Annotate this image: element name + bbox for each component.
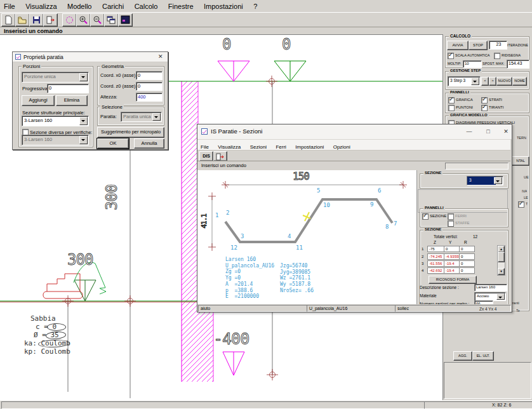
sezioni-maximize-icon[interactable]: □ — [483, 127, 493, 136]
soil-c-oval-artifact — [47, 323, 66, 331]
grafica-checkbox[interactable] — [448, 97, 455, 104]
materiale-combo[interactable]: Acciaio — [474, 292, 506, 301]
sezioni-exit-button[interactable] — [213, 151, 227, 161]
sezione-number-arrow[interactable] — [494, 177, 502, 184]
dis-button[interactable]: DIS — [199, 151, 213, 161]
menu-calcolo[interactable]: Calcolo — [131, 1, 162, 12]
sezione-principale-combo[interactable]: 3-Larsen 160 — [22, 116, 89, 126]
sezioni-close-icon[interactable]: ✕ — [501, 127, 511, 136]
stop-button[interactable]: STOP — [469, 41, 488, 50]
scroll-down-icon[interactable]: ▼ — [498, 268, 505, 275]
strati-checkbox[interactable] — [481, 97, 488, 104]
row1-z[interactable]: -75 — [427, 246, 444, 252]
annulla-button[interactable]: Annulla — [134, 138, 164, 149]
row3-y[interactable]: -19.4 — [444, 260, 460, 267]
porzione-combo-arrow[interactable] — [79, 73, 88, 81]
cb-staffe-label: STAFFE — [455, 221, 470, 225]
menu-carichi[interactable]: Carichi — [98, 1, 128, 12]
row3-z[interactable]: -61.556 — [427, 260, 444, 267]
row2-y[interactable]: -4.93555 — [444, 253, 460, 260]
sezioni-minimize-icon[interactable]: — — [464, 127, 474, 136]
nuovo-button[interactable]: NUOVO — [496, 77, 512, 86]
tiranti-checkbox[interactable] — [481, 105, 488, 111]
sezioni-exit-door-icon — [216, 153, 225, 161]
row4-z[interactable]: -42.692 — [427, 267, 444, 274]
dialog-titlebar[interactable]: Proprietà paratia ✕ — [13, 52, 168, 62]
menu-visualizza[interactable]: Visualizza — [22, 1, 60, 12]
suggerimento-button[interactable]: Suggerimento per micropalo — [97, 127, 164, 138]
exit-button[interactable] — [43, 13, 58, 27]
scala-automatica-checkbox[interactable] — [448, 53, 454, 59]
el-ult-button[interactable]: EL. ULT. — [472, 351, 494, 361]
progressiva-field[interactable]: 0 — [47, 84, 89, 93]
row2-z[interactable]: -74.245 — [427, 253, 444, 260]
menu-impostazioni[interactable]: Impostazioni — [200, 1, 247, 12]
cb-ferri[interactable] — [448, 213, 454, 220]
sezioni-client[interactable]: 150 41.1 1 2 3 4 5 6 7 8 9 10 11 12 Lars… — [197, 170, 510, 304]
paratia-combo[interactable]: Paratia unica — [121, 112, 162, 122]
new-file-button[interactable] — [1, 13, 16, 27]
menu-file[interactable]: File — [0, 1, 19, 12]
row1-r[interactable]: 0 — [459, 246, 475, 252]
cascade-windows-button[interactable] — [104, 13, 119, 27]
model-view-button[interactable] — [118, 13, 133, 27]
vertex-label-8: 8 — [385, 224, 389, 230]
nome-button[interactable]: NOME — [512, 77, 527, 86]
spost-max-field[interactable]: 154.43 — [507, 60, 529, 69]
sezioni-command-bar[interactable]: Inserisci un comando — [197, 161, 510, 171]
sezione-verifica-arrow[interactable] — [79, 136, 88, 144]
materiale-combo-arrow[interactable] — [496, 293, 505, 300]
ridisegna-checkbox[interactable] — [494, 53, 500, 59]
vertex-label-6: 6 — [378, 187, 381, 194]
riconosci-forma-button[interactable]: RICONOSCI FORMA — [429, 276, 477, 284]
puntoni-checkbox[interactable] — [448, 105, 455, 111]
sezione-number-combo[interactable]: 3 — [467, 176, 503, 185]
step-next-button[interactable]: > — [489, 77, 496, 86]
row4-r[interactable]: 0 — [459, 267, 475, 274]
ok-button[interactable]: OK — [97, 138, 129, 149]
menu-modello[interactable]: Modello — [63, 1, 96, 12]
save-button[interactable] — [29, 13, 44, 27]
totale-vertici-label: Totale vertici: — [434, 234, 458, 239]
elimina-button[interactable]: Elimina — [56, 95, 88, 106]
sezione-verifica-combo[interactable]: 3-Larsen 160 — [22, 135, 89, 145]
fragment-checkbox[interactable] — [518, 201, 524, 208]
paratia-combo-arrow[interactable] — [152, 113, 161, 121]
open-folder-icon — [18, 15, 27, 25]
exit-door-icon — [46, 15, 55, 25]
scroll-thumb[interactable] — [498, 252, 505, 262]
coord-x0-field[interactable]: 0 — [136, 71, 163, 80]
moltip-field[interactable]: 10 — [463, 60, 482, 68]
step-prev-button[interactable]: < — [481, 77, 489, 86]
row4-y[interactable]: -19.4 — [444, 267, 460, 274]
sezione-principale-arrow[interactable] — [79, 117, 88, 125]
coord-z0-field[interactable]: 0 — [136, 82, 163, 91]
fragment-ntal-button[interactable]: NTAL — [512, 156, 529, 166]
zoom-in-button[interactable] — [76, 13, 91, 27]
vertex-label-2: 2 — [226, 210, 229, 216]
vertices-scrollbar[interactable]: ▲ ▼ — [497, 245, 505, 276]
scala-automatica-label: SCALA AUTOMATICA — [455, 53, 490, 57]
aggiungi-button[interactable]: Aggiungi — [22, 95, 55, 106]
row3-r[interactable]: 0 — [459, 260, 475, 267]
cb-sezione[interactable] — [422, 213, 429, 220]
menu-help[interactable]: ? — [249, 1, 261, 12]
cb-staffe[interactable] — [448, 220, 454, 227]
step-combo[interactable]: 3 Step 3 — [448, 76, 481, 86]
open-file-button[interactable] — [15, 13, 30, 27]
altezza-field[interactable]: 400 — [136, 93, 163, 102]
step-combo-arrow[interactable] — [471, 77, 479, 85]
porzione-combo[interactable]: Porzione unica — [22, 72, 89, 83]
dialog-close-icon[interactable]: ✕ — [158, 53, 163, 60]
iterazione-field[interactable]: 23 — [489, 41, 507, 50]
descrizione-field[interactable]: Larsen 160 — [474, 284, 507, 292]
menu-finestre[interactable]: Finestre — [164, 1, 197, 12]
agg-button[interactable]: AGG. — [453, 351, 472, 361]
pan-button[interactable] — [62, 13, 77, 27]
sezioni-titlebar[interactable]: IS Paratie - Sezioni — □ ✕ — [197, 124, 512, 140]
zoom-out-button[interactable] — [90, 13, 105, 27]
ridisegna-label: RIDISEGNA — [502, 53, 521, 57]
row1-y[interactable]: 0 — [444, 246, 460, 252]
avvia-button[interactable]: AVVIA — [447, 41, 469, 50]
row2-r[interactable]: 0 — [459, 253, 475, 260]
